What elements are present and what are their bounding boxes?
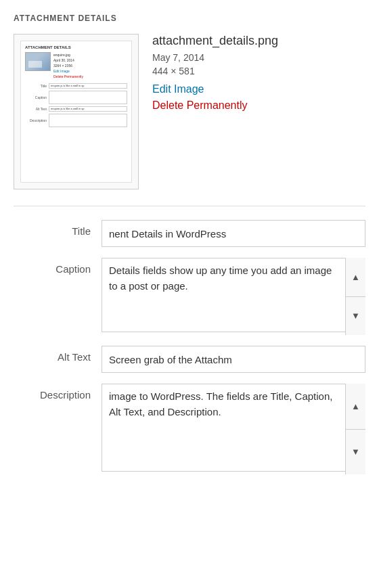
- caption-textarea[interactable]: [102, 258, 365, 332]
- thumb-caption-row: Caption: [25, 91, 127, 104]
- alttext-input[interactable]: [102, 346, 365, 373]
- description-spinners: ▲ ▼: [345, 384, 365, 474]
- chevron-down-icon: ▼: [351, 311, 360, 321]
- thumb-title-row: Title enquire.js is like a wall in sp: [25, 83, 127, 89]
- caption-scroll-down[interactable]: ▼: [346, 297, 365, 336]
- thumb-desc-row: Description: [25, 114, 127, 127]
- section-divider: [14, 206, 365, 206]
- thumb-alttext-input[interactable]: enquire.js is like a wall in sp: [49, 106, 127, 112]
- thumb-size: 3264 × 2356: [53, 63, 83, 68]
- title-label: Title: [14, 220, 102, 237]
- caption-spinners: ▲ ▼: [345, 258, 365, 335]
- thumbnail-box: ATTACHMENT DETAILS enquire.jpg April 30,…: [14, 34, 139, 189]
- thumb-caption-label: Caption: [25, 95, 47, 99]
- description-textarea-wrap: ▲ ▼: [102, 384, 365, 474]
- description-field-row: Description ▲ ▼: [14, 384, 365, 474]
- thumb-desc-input[interactable]: [49, 114, 127, 127]
- thumb-alttext-label: Alt Text: [25, 107, 47, 111]
- thumbnail-preview: ATTACHMENT DETAILS enquire.jpg April 30,…: [20, 41, 132, 183]
- title-field-row: Title: [14, 220, 365, 247]
- title-input[interactable]: [102, 220, 365, 247]
- section-title: ATTACHMENT DETAILS: [14, 14, 365, 23]
- alttext-field-row: Alt Text: [14, 346, 365, 373]
- thumb-delete-link[interactable]: Delete Permanently: [53, 74, 83, 79]
- thumb-title-label: Title: [25, 84, 47, 88]
- thumb-filename: enquire.jpg: [53, 52, 83, 58]
- description-textarea[interactable]: [102, 384, 365, 472]
- edit-image-link[interactable]: Edit Image: [152, 83, 365, 95]
- caption-field-row: Caption ▲ ▼: [14, 258, 365, 335]
- thumb-image: [25, 52, 51, 71]
- thumb-alttext-row: Alt Text enquire.js is like a wall in sp: [25, 106, 127, 112]
- attachment-filename: attachment_details.png: [152, 34, 365, 48]
- fields-section: Title Caption ▲ ▼ Alt Te: [14, 220, 365, 474]
- thumb-section-label: ATTACHMENT DETAILS: [25, 45, 127, 49]
- thumb-info: enquire.jpg April 30, 2014 3264 × 2356 E…: [53, 52, 83, 79]
- attachment-date: May 7, 2014: [152, 52, 365, 63]
- description-scroll-down[interactable]: ▼: [346, 430, 365, 475]
- thumb-caption-input[interactable]: [49, 91, 127, 104]
- alttext-input-wrap: [102, 346, 365, 373]
- page-wrapper: ATTACHMENT DETAILS ATTACHMENT DETAILS en…: [0, 0, 379, 588]
- thumb-date: April 30, 2014: [53, 58, 83, 63]
- thumb-img-row: enquire.jpg April 30, 2014 3264 × 2356 E…: [25, 52, 127, 79]
- caption-scroll-up[interactable]: ▲: [346, 258, 365, 297]
- thumb-edit-link[interactable]: Edit Image: [53, 68, 83, 74]
- description-scroll-up[interactable]: ▲: [346, 384, 365, 430]
- chevron-down-icon: ▼: [351, 447, 360, 457]
- thumb-fields: Title enquire.js is like a wall in sp Ca…: [25, 83, 127, 127]
- attachment-dims: 444 × 581: [152, 66, 365, 76]
- delete-permanently-link[interactable]: Delete Permanently: [152, 99, 365, 112]
- chevron-up-icon: ▲: [351, 272, 360, 282]
- attachment-top: ATTACHMENT DETAILS enquire.jpg April 30,…: [14, 34, 365, 189]
- attachment-meta: attachment_details.png May 7, 2014 444 ×…: [152, 34, 365, 112]
- caption-textarea-wrap: ▲ ▼: [102, 258, 365, 335]
- alttext-label: Alt Text: [14, 346, 102, 363]
- caption-label: Caption: [14, 258, 102, 275]
- title-input-wrap: [102, 220, 365, 247]
- thumb-title-input[interactable]: enquire.js is like a wall in sp: [49, 83, 127, 89]
- description-label: Description: [14, 384, 102, 401]
- chevron-up-icon: ▲: [351, 401, 360, 411]
- thumb-desc-label: Description: [25, 118, 47, 122]
